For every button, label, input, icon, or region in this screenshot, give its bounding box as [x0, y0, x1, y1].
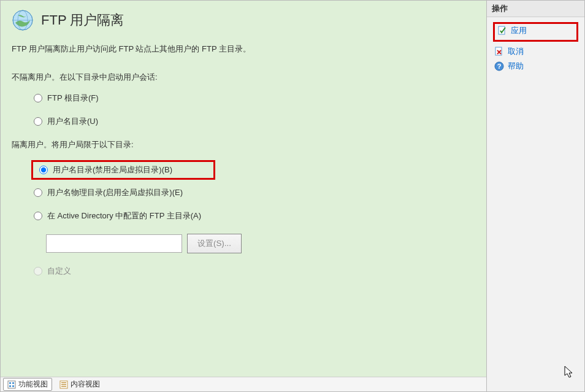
tabs-bar: 功能视图 内容视图	[1, 377, 486, 391]
content-view-icon	[59, 380, 68, 389]
radio-ad-home-label: 在 Active Directory 中配置的 FTP 主目录(A)	[47, 210, 201, 221]
svg-rect-7	[9, 385, 11, 387]
actions-header: 操作	[487, 1, 584, 17]
page-title: FTP 用户隔离	[41, 11, 124, 29]
radio-custom-input	[34, 267, 42, 275]
radio-username-dir[interactable]: 用户名目录(U)	[34, 116, 475, 127]
title-row: FTP 用户隔离	[12, 9, 475, 31]
help-label: 帮助	[508, 61, 524, 72]
ftp-globe-icon	[12, 9, 34, 31]
cancel-label: 取消	[508, 46, 524, 57]
radio-username-physical-label: 用户名物理目录(启用全局虚拟目录)(E)	[47, 187, 183, 198]
svg-rect-12	[61, 386, 66, 387]
actions-body: 应用 取消 ? 帮助	[487, 17, 584, 79]
radio-username-dir-input[interactable]	[34, 117, 42, 126]
radio-ad-home[interactable]: 在 Active Directory 中配置的 FTP 主目录(A)	[34, 210, 475, 221]
actions-panel: 操作 应用 取消 ? 帮助	[487, 0, 585, 392]
radio-username-physical-input[interactable]	[34, 188, 42, 197]
svg-rect-5	[9, 382, 11, 384]
radio-username-disable-global-label: 用户名目录(禁用全局虚拟目录)(B)	[53, 164, 172, 175]
section1-label: 不隔离用户。在以下目录中启动用户会话:	[12, 72, 475, 83]
ad-path-input	[46, 234, 182, 253]
section2-options: 用户名物理目录(启用全局虚拟目录)(E) 在 Active Directory …	[34, 187, 475, 221]
svg-rect-11	[61, 384, 66, 385]
svg-text:?: ?	[497, 63, 502, 70]
apply-action[interactable]: 应用	[497, 25, 574, 36]
settings-button[interactable]: 设置(S)...	[187, 234, 242, 253]
apply-highlight-box: 应用	[493, 22, 578, 42]
section2-label: 隔离用户。将用户局限于以下目录:	[12, 139, 475, 150]
cancel-action[interactable]: 取消	[493, 44, 578, 59]
radio-ftp-root-label: FTP 根目录(F)	[47, 93, 99, 104]
cancel-icon	[494, 47, 504, 56]
main-panel: FTP 用户隔离 FTP 用户隔离防止用户访问此 FTP 站点上其他用户的 FT…	[0, 0, 487, 392]
apply-icon	[497, 26, 507, 36]
tab-content-label: 内容视图	[71, 379, 100, 390]
radio-ad-home-input[interactable]	[34, 212, 42, 220]
radio-ftp-root[interactable]: FTP 根目录(F)	[34, 93, 475, 104]
radio-username-physical[interactable]: 用户名物理目录(启用全局虚拟目录)(E)	[34, 187, 475, 198]
tab-features-view[interactable]: 功能视图	[3, 378, 52, 391]
features-view-icon	[7, 380, 16, 389]
radio-username-dir-label: 用户名目录(U)	[47, 116, 98, 127]
svg-rect-10	[61, 382, 66, 383]
tab-content-view[interactable]: 内容视图	[56, 379, 104, 390]
radio-username-disable-global-input[interactable]	[39, 166, 48, 174]
help-icon: ?	[494, 61, 504, 71]
section1-options: FTP 根目录(F) 用户名目录(U)	[34, 93, 475, 127]
section2-custom: 自定义	[34, 266, 475, 277]
radio-username-disable-global[interactable]: 用户名目录(禁用全局虚拟目录)(B)	[39, 164, 207, 175]
help-action[interactable]: ? 帮助	[493, 59, 578, 74]
content-area: FTP 用户隔离 FTP 用户隔离防止用户访问此 FTP 站点上其他用户的 FT…	[1, 1, 486, 377]
ad-settings-row: 设置(S)...	[46, 234, 475, 253]
page-description: FTP 用户隔离防止用户访问此 FTP 站点上其他用户的 FTP 主目录。	[12, 44, 475, 55]
radio-custom-label: 自定义	[47, 266, 71, 277]
apply-label: 应用	[511, 25, 527, 36]
radio-custom[interactable]: 自定义	[34, 266, 475, 277]
radio-ftp-root-input[interactable]	[34, 94, 42, 102]
svg-rect-6	[12, 382, 14, 384]
selected-option-highlight: 用户名目录(禁用全局虚拟目录)(B)	[31, 160, 215, 180]
tab-features-label: 功能视图	[18, 379, 48, 390]
svg-rect-8	[12, 385, 14, 387]
svg-rect-4	[8, 381, 15, 388]
